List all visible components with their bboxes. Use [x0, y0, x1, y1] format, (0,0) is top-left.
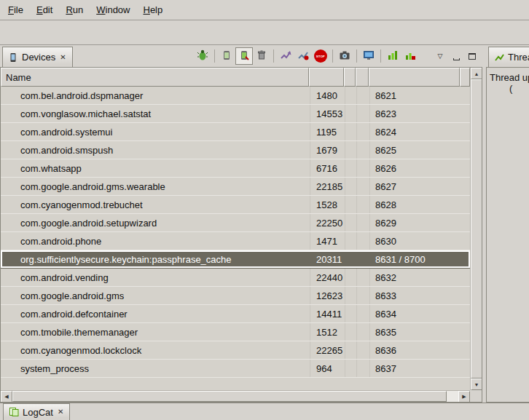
tab-logcat-label: LogCat — [23, 407, 53, 418]
process-row[interactable]: com.android.defcontainer144118634 — [1, 305, 470, 323]
tab-threads-label: Threa — [508, 52, 529, 63]
horizontal-scrollbar: ◀ ▶ — [1, 390, 470, 402]
stop-process-button[interactable]: STOP — [312, 47, 329, 65]
process-port: 8631 / 8700 — [370, 250, 462, 268]
process-pid: 1480 — [310, 87, 345, 104]
debug-process-button[interactable] — [194, 47, 211, 65]
scroll-right-icon[interactable]: ▶ — [458, 391, 470, 403]
start-profiling-icon — [387, 49, 399, 63]
process-row[interactable]: com.android.vending224408632 — [1, 269, 470, 287]
minimize-button[interactable] — [448, 48, 464, 64]
maximize-button[interactable] — [464, 48, 480, 64]
process-row[interactable]: com.android.phone14718630 — [1, 232, 470, 250]
process-row[interactable]: com.tmobile.thememanager15128635 — [1, 323, 470, 341]
process-blank2 — [357, 341, 370, 359]
process-row[interactable]: com.cyanogenmod.lockclock222658636 — [1, 341, 470, 360]
update-threads-button[interactable] — [277, 47, 294, 65]
process-blank2 — [357, 214, 370, 231]
dump-hprof-button[interactable] — [235, 47, 253, 65]
threads-icon — [494, 52, 504, 63]
process-port: 8633 — [370, 287, 462, 304]
device-icon — [8, 52, 18, 63]
tab-threads[interactable]: Threa — [488, 47, 529, 67]
horizontal-scroll-thumb[interactable] — [12, 391, 447, 402]
process-blank1 — [345, 287, 357, 304]
process-port: 8629 — [370, 214, 462, 231]
process-port: 8634 — [370, 305, 462, 322]
process-row[interactable]: org.sufficientlysecure.keychain:passphra… — [1, 250, 470, 269]
process-pid: 22440 — [310, 269, 345, 286]
process-blank1 — [345, 87, 357, 104]
table-header: Name — [1, 68, 470, 87]
menu-window[interactable]: Window — [90, 0, 136, 20]
process-blank2 — [357, 269, 370, 286]
debug-bug-icon — [197, 49, 208, 63]
process-blank2 — [357, 287, 370, 304]
process-name: com.android.smspush — [1, 141, 310, 159]
process-row[interactable]: system_process9648637 — [1, 360, 470, 378]
start-method-profiling-button[interactable] — [384, 47, 401, 65]
process-pid: 14411 — [310, 305, 345, 322]
vertical-scroll-thumb[interactable] — [471, 79, 482, 379]
process-name: com.android.defcontainer — [1, 305, 310, 322]
column-header-port — [369, 68, 460, 87]
chevron-down-icon: ▽ — [438, 52, 443, 60]
process-row[interactable]: com.android.systemui11958624 — [1, 123, 470, 141]
process-blank2 — [357, 105, 370, 122]
process-blank2 — [357, 178, 370, 195]
process-row[interactable]: com.android.smspush16798625 — [1, 141, 470, 159]
process-blank2 — [357, 305, 370, 322]
scroll-down-icon[interactable]: ▼ — [471, 379, 482, 390]
process-name: com.android.phone — [1, 232, 310, 250]
update-heap-icon — [221, 49, 232, 63]
menu-run[interactable]: Run — [59, 0, 90, 20]
devices-view: Devices ✕ — [0, 45, 482, 403]
process-pid: 6716 — [310, 159, 345, 177]
process-blank1 — [345, 178, 357, 195]
process-name: com.cyanogenmod.trebuchet — [1, 196, 310, 213]
process-blank2 — [357, 250, 370, 268]
refresh-threads-button[interactable] — [294, 47, 312, 65]
process-pid: 12623 — [310, 287, 345, 304]
process-row[interactable]: com.google.android.gms126238633 — [1, 287, 470, 305]
main-area: Devices ✕ — [0, 45, 529, 403]
process-port: 8636 — [370, 341, 462, 359]
cause-gc-button[interactable] — [253, 47, 270, 65]
menubar: FileEditRunWindowHelp — [0, 0, 529, 20]
process-pid: 1528 — [310, 196, 345, 213]
process-blank2 — [357, 159, 370, 177]
close-icon[interactable]: ✕ — [57, 408, 64, 416]
tab-logcat[interactable]: LogCat ✕ — [3, 403, 70, 420]
threads-message-line1: Thread up — [490, 72, 526, 83]
process-pid: 22185 — [310, 178, 345, 195]
menu-edit[interactable]: Edit — [30, 0, 59, 20]
toolbar-separator — [380, 49, 381, 63]
menu-file[interactable]: File — [1, 0, 30, 20]
process-row[interactable]: com.bel.android.dspmanager14808621 — [1, 87, 470, 105]
close-icon[interactable]: ✕ — [59, 54, 66, 61]
process-pid: 20311 — [310, 250, 345, 268]
menu-help[interactable]: Help — [136, 0, 169, 20]
view-menu-button[interactable]: ▽ — [432, 48, 448, 64]
tab-devices[interactable]: Devices ✕ — [2, 47, 73, 67]
process-row[interactable]: com.cyanogenmod.trebuchet15288628 — [1, 196, 470, 214]
system-info-button[interactable] — [360, 47, 377, 65]
process-row[interactable]: com.vonglasow.michael.satstat145538623 — [1, 105, 470, 123]
process-pid: 1679 — [310, 141, 345, 159]
threads-tabbar: Threa — [486, 45, 529, 67]
process-row[interactable]: com.google.android.gms.wearable221858627 — [1, 178, 470, 196]
process-blank1 — [345, 323, 357, 341]
refresh-threads-icon — [297, 49, 309, 63]
minimize-icon — [453, 58, 460, 60]
process-name: system_process — [1, 360, 310, 377]
process-row[interactable]: com.whatsapp67168626 — [1, 159, 470, 178]
update-heap-button[interactable] — [218, 47, 235, 65]
screen-capture-button[interactable] — [336, 47, 353, 65]
column-header-pid — [309, 68, 344, 87]
column-header-name[interactable]: Name — [1, 68, 309, 87]
scroll-up-icon[interactable]: ▲ — [471, 68, 482, 79]
vertical-scrollbar: ▲ ▼ — [470, 68, 482, 390]
stop-method-profiling-button[interactable] — [401, 47, 419, 65]
process-row[interactable]: com.google.android.setupwizard222508629 — [1, 214, 470, 232]
scroll-left-icon[interactable]: ◀ — [1, 391, 12, 403]
